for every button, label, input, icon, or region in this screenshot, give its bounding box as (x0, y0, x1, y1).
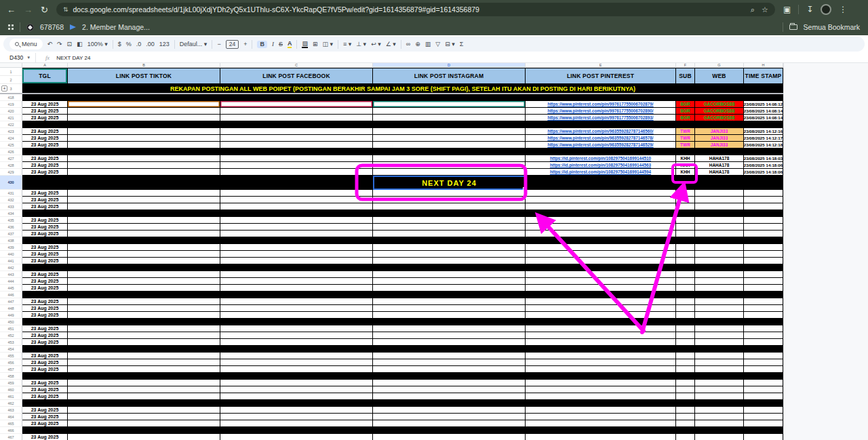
search-menu-button[interactable]: Menu (9, 39, 43, 49)
download-icon[interactable]: ↧ (806, 5, 813, 14)
horizontal-align-button[interactable]: ≡ ▾ (343, 41, 351, 47)
row-number[interactable]: 434 (0, 210, 22, 217)
pinterest-link[interactable]: https://www.pinterest.com/pin/9635592827… (547, 142, 653, 147)
row-number[interactable]: 456 (0, 359, 22, 366)
row-number[interactable]: 432 (0, 197, 22, 203)
site-info-icon[interactable]: ⇅ (63, 6, 68, 13)
undo-button[interactable]: ↶ (47, 41, 53, 47)
profile-avatar[interactable] (821, 4, 831, 15)
column-header[interactable]: TIME STAMP (744, 68, 783, 84)
pinterest-link[interactable]: https://id.pinterest.com/pin/10829750416… (550, 169, 651, 174)
banner-cell[interactable]: REKAPAN POSTINGAN ALL WEB POIPET (POSTIN… (22, 84, 783, 93)
grid-corner[interactable] (0, 63, 22, 68)
row-number[interactable]: 1 2 (0, 68, 22, 84)
font-size-input[interactable]: 24 (226, 40, 239, 49)
percent-format-button[interactable]: % (126, 41, 132, 47)
borders-button[interactable]: ⊞ (313, 41, 318, 47)
column-header[interactable]: WEB (695, 68, 744, 84)
all-bookmarks-label[interactable]: Semua Bookmark (804, 23, 860, 31)
apps-grid-icon[interactable] (8, 24, 14, 30)
row-number[interactable]: 444 (0, 278, 22, 285)
row-number[interactable]: 462 (0, 400, 22, 407)
text-rotation-button[interactable]: ∠ ▾ (386, 41, 396, 47)
row-number[interactable]: 457 (0, 366, 22, 373)
row-number[interactable]: 438 (0, 237, 22, 244)
text-wrap-button[interactable]: ↩ ▾ (371, 41, 381, 47)
font-size-decrease[interactable]: − (217, 41, 220, 47)
row-number[interactable]: 418 (0, 94, 22, 101)
decrease-decimals-button[interactable]: .0 (136, 41, 142, 47)
row-number[interactable]: 419 (0, 101, 22, 108)
insert-chart-button[interactable]: ▥ (425, 41, 431, 47)
omnibox-search-icon[interactable]: ⌕ (751, 5, 755, 14)
text-color-button[interactable]: A (288, 41, 292, 48)
row-number[interactable]: 465 (0, 420, 22, 427)
column-letter-D[interactable]: D (373, 63, 526, 68)
currency-format-button[interactable]: $ (118, 41, 121, 47)
row-number[interactable]: 422 (0, 121, 22, 128)
paint-format-button[interactable]: ◧ (77, 41, 83, 47)
bookmark-item[interactable]: 678768 (40, 23, 64, 31)
functions-button[interactable]: Σ (460, 41, 464, 47)
pinterest-link[interactable]: https://www.pinterest.com/pin/9976177550… (547, 102, 653, 106)
insert-link-button[interactable]: ∞ (406, 41, 410, 47)
row-number[interactable]: 420 (0, 108, 22, 115)
formula-input[interactable]: NEXT DAY 24 (56, 55, 90, 61)
print-button[interactable]: ⊡ (67, 41, 73, 47)
row-number[interactable]: 448 (0, 305, 22, 312)
italic-button[interactable]: I (272, 41, 274, 47)
merge-cells-button[interactable]: ◫ ▾ (322, 41, 333, 47)
pinterest-link[interactable]: https://www.pinterest.com/pin/9635592827… (547, 136, 653, 140)
column-letter-H[interactable]: H (744, 63, 783, 68)
column-letter-G[interactable]: G (695, 63, 744, 68)
pinterest-link[interactable]: https://id.pinterest.com/pin/10829750416… (550, 156, 651, 161)
column-header[interactable]: LINK POST FACEBOOK (220, 68, 373, 84)
row-number[interactable]: 441 (0, 258, 22, 264)
bookmark-item[interactable]: 2. Member Manage... (82, 23, 150, 31)
bookmark-star-icon[interactable]: ☆ (762, 5, 768, 14)
row-number[interactable]: 460 (0, 386, 22, 393)
row-number[interactable]: 453 (0, 339, 22, 346)
row-number[interactable]: 431 (0, 190, 22, 197)
back-icon[interactable]: ← (7, 5, 16, 14)
row-number[interactable]: 424 (0, 135, 22, 142)
row-number[interactable]: 433 (0, 203, 22, 210)
row-number[interactable]: 425 (0, 142, 22, 148)
row-number[interactable]: 447 (0, 298, 22, 305)
column-header[interactable]: LINK POST PINTEREST (526, 68, 676, 84)
row-number[interactable]: 452 (0, 332, 22, 339)
row-number[interactable]: 461 (0, 393, 22, 400)
extensions-icon[interactable]: ▣ (783, 5, 791, 14)
fill-color-button[interactable]: ▨ (302, 41, 308, 48)
row-number[interactable]: 442 (0, 264, 22, 271)
vertical-align-button[interactable]: ⊥ ▾ (356, 41, 366, 47)
next-day-selected-cell[interactable]: NEXT DAY 24 (373, 176, 526, 190)
row-number[interactable]: 423 (0, 128, 22, 135)
row-number[interactable]: 428 (0, 162, 22, 169)
reload-icon[interactable]: ↻ (41, 5, 48, 14)
more-formats-button[interactable]: 123 (159, 41, 170, 47)
row-number[interactable]: 466 (0, 427, 22, 434)
row-number[interactable]: 455 (0, 353, 22, 359)
row-number[interactable]: 459 (0, 380, 22, 386)
row-number[interactable]: 430 (0, 176, 22, 190)
row-group-expand-icon[interactable]: + (1, 85, 7, 92)
menu-kebab-icon[interactable]: ⋮ (839, 5, 847, 14)
column-header[interactable]: TGL (22, 68, 68, 84)
column-letter-B[interactable]: B (68, 63, 220, 68)
column-header[interactable]: LINK POST INSTAGRAM (373, 68, 526, 84)
row-number[interactable]: 426 (0, 148, 22, 155)
pinterest-link[interactable]: https://www.pinterest.com/pin/9976177550… (547, 108, 653, 113)
row-number[interactable]: 446 (0, 292, 22, 298)
increase-decimals-button[interactable]: .00 (146, 41, 155, 47)
pinterest-link[interactable]: https://id.pinterest.com/pin/10829750416… (550, 163, 651, 167)
row-number[interactable]: 445 (0, 285, 22, 292)
filter-button[interactable]: ▽ (435, 41, 440, 47)
row-number[interactable]: 440 (0, 251, 22, 258)
pinterest-link[interactable]: https://www.pinterest.com/pin/9635592827… (547, 129, 653, 134)
bold-button[interactable]: B (257, 41, 267, 48)
row-number[interactable]: 443 (0, 271, 22, 278)
zoom-select[interactable]: 100% ▾ (87, 41, 108, 47)
row-number[interactable]: 439 (0, 244, 22, 251)
row-number[interactable]: 451 (0, 325, 22, 332)
